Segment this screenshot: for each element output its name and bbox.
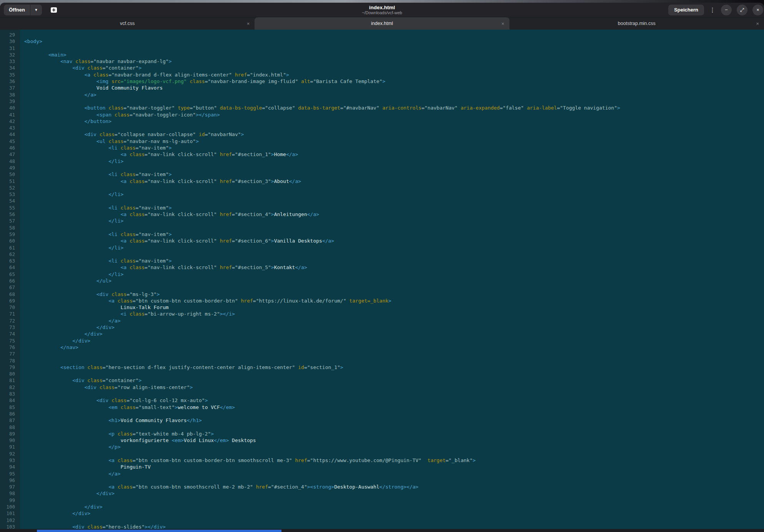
code-line[interactable]: 83: [0, 391, 764, 397]
tab-bootstrap-min-css[interactable]: bootstrap.min.css ×: [509, 17, 764, 30]
code-line[interactable]: 55 <li class="nav-item">: [0, 204, 764, 211]
code-line[interactable]: 30<body>: [0, 38, 764, 45]
code-line[interactable]: 78: [0, 357, 764, 364]
code-line[interactable]: 35 <a class="navbar-brand d-flex align-i…: [0, 71, 764, 78]
code-line[interactable]: 64 <a class="nav-link click-scroll" href…: [0, 264, 764, 271]
code-line[interactable]: 48 </li>: [0, 158, 764, 165]
code-line[interactable]: 71 <i class="bi-arrow-up-right ms-2"></i…: [0, 311, 764, 317]
code-line[interactable]: 33 <nav class="navbar navbar-expand-lg">: [0, 58, 764, 65]
code-text: vorkonfigurierte <em>Void Linux</em> Des…: [20, 437, 256, 444]
code-line[interactable]: 43: [0, 125, 764, 131]
code-line[interactable]: 82 <div class="row align-items-center">: [0, 384, 764, 391]
code-text: </a>: [20, 91, 97, 98]
code-line[interactable]: 61 </li>: [0, 244, 764, 251]
menu-button[interactable]: ⋮: [709, 7, 716, 13]
code-line[interactable]: 86: [0, 411, 764, 417]
code-line[interactable]: 47 <a class="nav-link click-scroll" href…: [0, 151, 764, 158]
code-line[interactable]: 60 <a class="nav-link click-scroll" href…: [0, 238, 764, 244]
code-line[interactable]: 95 </a>: [0, 470, 764, 477]
code-line[interactable]: 91 </p>: [0, 444, 764, 450]
minimize-button[interactable]: −: [721, 5, 732, 15]
code-line[interactable]: 53 </li>: [0, 191, 764, 198]
code-line[interactable]: 75 </div>: [0, 337, 764, 344]
tab-index-html[interactable]: index.html ×: [255, 17, 509, 30]
restore-button[interactable]: ⤢: [737, 5, 747, 15]
code-line[interactable]: 37 Void Community Flavors: [0, 85, 764, 91]
code-line[interactable]: 72 </a>: [0, 318, 764, 324]
code-line[interactable]: 84 <div class="col-lg-6 col-12 mx-auto">: [0, 397, 764, 404]
code-text: Linux-Talk Forum: [20, 304, 169, 311]
tab-vcf-css[interactable]: vcf.css ×: [0, 17, 255, 30]
code-editor[interactable]: 2930<body>3132 <main>33 <nav class="navb…: [0, 30, 764, 532]
code-line[interactable]: 57 </li>: [0, 218, 764, 224]
code-line[interactable]: 67: [0, 284, 764, 291]
code-line[interactable]: 29: [0, 32, 764, 38]
code-line[interactable]: 40 <button class="navbar-toggler" type="…: [0, 105, 764, 111]
code-line[interactable]: 76 </nav>: [0, 344, 764, 351]
code-line[interactable]: 52: [0, 185, 764, 191]
code-line[interactable]: 99: [0, 497, 764, 504]
code-line[interactable]: 80: [0, 371, 764, 377]
code-line[interactable]: 54: [0, 198, 764, 204]
code-line[interactable]: 56 <a class="nav-link click-scroll" href…: [0, 211, 764, 218]
new-tab-button[interactable]: [49, 5, 59, 15]
code-line[interactable]: 96: [0, 477, 764, 484]
code-line[interactable]: 31: [0, 45, 764, 52]
code-line[interactable]: 50 <li class="nav-item">: [0, 171, 764, 178]
code-line[interactable]: 81 <div class="container">: [0, 377, 764, 384]
code-line[interactable]: 102: [0, 517, 764, 524]
code-line[interactable]: 59 <li class="nav-item">: [0, 231, 764, 238]
code-line[interactable]: 88: [0, 424, 764, 431]
tab-close-button[interactable]: ×: [247, 21, 250, 27]
code-line[interactable]: 92: [0, 451, 764, 457]
code-text: </ul>: [20, 278, 112, 284]
code-text: <li class="nav-item">: [20, 171, 172, 178]
open-dropdown-button[interactable]: ▾: [30, 5, 42, 15]
code-line[interactable]: 97 <a class="btn custom-btn smoothscroll…: [0, 484, 764, 490]
code-line[interactable]: 45 <ul class="navbar-nav ms-lg-auto">: [0, 138, 764, 145]
code-text: <span class="navbar-toggler-icon"></span…: [20, 111, 220, 118]
code-lines[interactable]: 2930<body>3132 <main>33 <nav class="navb…: [0, 30, 764, 530]
line-number: 75: [0, 337, 20, 344]
save-button[interactable]: Speichern: [668, 5, 704, 15]
code-line[interactable]: 42 </button>: [0, 118, 764, 125]
code-line[interactable]: 41 <span class="navbar-toggler-icon"></s…: [0, 111, 764, 118]
tab-close-button[interactable]: ×: [756, 21, 759, 27]
code-line[interactable]: 85 <em class="small-text">welcome to VCF…: [0, 404, 764, 411]
code-line[interactable]: 51 <a class="nav-link click-scroll" href…: [0, 178, 764, 185]
code-line[interactable]: 101 </div>: [0, 510, 764, 517]
code-line[interactable]: 66 </ul>: [0, 278, 764, 284]
code-line[interactable]: 34 <div class="container">: [0, 65, 764, 71]
code-line[interactable]: 69 <a class="btn custom-btn custom-borde…: [0, 298, 764, 304]
code-line[interactable]: 44 <div class="collapse navbar-collapse"…: [0, 131, 764, 138]
code-line[interactable]: 32 <main>: [0, 52, 764, 58]
tab-close-button[interactable]: ×: [501, 21, 504, 27]
code-line[interactable]: 73 </div>: [0, 324, 764, 331]
code-line[interactable]: 46 <li class="nav-item">: [0, 145, 764, 151]
code-line[interactable]: 62: [0, 251, 764, 258]
code-line[interactable]: 79 <section class="hero-section d-flex j…: [0, 364, 764, 371]
code-line[interactable]: 89 <p class="text-white mb-4 pb-lg-2">: [0, 431, 764, 437]
code-line[interactable]: 68 <div class="ms-lg-3">: [0, 291, 764, 298]
code-line[interactable]: 36 <img src="images/logo-vcf.png" class=…: [0, 78, 764, 85]
code-line[interactable]: 74 </div>: [0, 331, 764, 337]
code-line[interactable]: 70 Linux-Talk Forum: [0, 304, 764, 311]
code-line[interactable]: 39: [0, 98, 764, 105]
code-line[interactable]: 58: [0, 224, 764, 231]
open-button[interactable]: Öffnen: [4, 5, 30, 15]
code-line[interactable]: 98 </div>: [0, 490, 764, 497]
code-line[interactable]: 77: [0, 351, 764, 357]
code-line[interactable]: 65 </li>: [0, 271, 764, 278]
code-line[interactable]: 87 <h1>Void Community Flavors</h1>: [0, 417, 764, 424]
code-line[interactable]: 38 </a>: [0, 91, 764, 98]
line-number: 34: [0, 65, 20, 71]
code-line[interactable]: 90 vorkonfigurierte <em>Void Linux</em> …: [0, 437, 764, 444]
code-line[interactable]: 100 </div>: [0, 504, 764, 510]
code-line[interactable]: 94 Pinguin-TV: [0, 464, 764, 470]
code-line[interactable]: 49: [0, 165, 764, 171]
open-split-button[interactable]: Öffnen ▾: [4, 5, 42, 15]
code-line[interactable]: 93 <a class="btn custom-btn custom-borde…: [0, 457, 764, 464]
code-text: [20, 451, 24, 457]
close-window-button[interactable]: ×: [752, 5, 763, 15]
code-line[interactable]: 63 <li class="nav-item">: [0, 258, 764, 264]
